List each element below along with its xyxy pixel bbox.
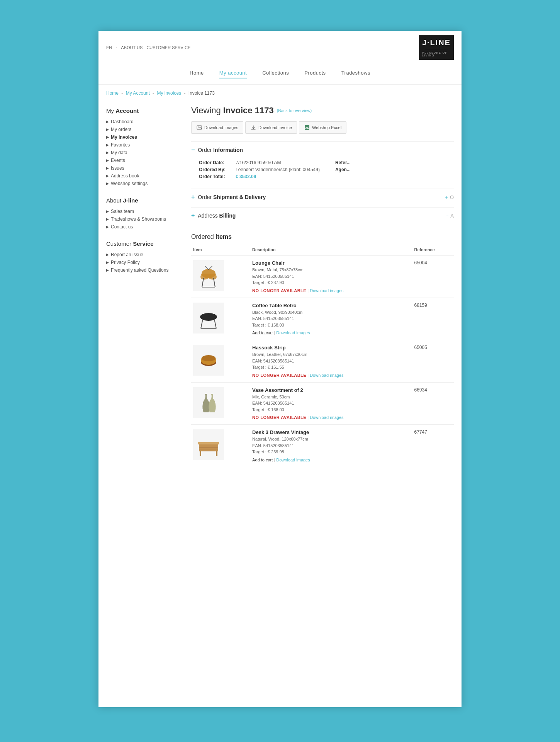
no-longer-available: NO LONGER AVAILABLE [252,373,306,378]
svg-rect-18 [199,444,218,451]
svg-line-6 [214,278,215,287]
add-to-cart-link[interactable]: Add to cart [252,330,273,335]
table-header-row: Item Description Reference [191,244,454,255]
nav-products[interactable]: Products [304,70,326,78]
sidebar-my-account-title: My Account [106,107,183,114]
svg-line-5 [202,278,204,287]
order-info-header[interactable]: − Order Information [191,142,454,158]
sidebar-item-report-issue[interactable]: ▶ Report an issue [106,251,183,259]
sidebar-item-issues[interactable]: ▶ Issues [106,164,183,172]
webshop-excel-button[interactable]: XL Webshop Excel [299,121,346,134]
about-link[interactable]: ABOUT US [121,45,143,50]
main-content: Viewing Invoice 1173 (Back to overview) [191,104,454,467]
ordered-by-label: Ordered By: [199,167,234,172]
sidebar-item-events[interactable]: ▶ Events [106,157,183,164]
download-images-link[interactable]: Download images [310,373,343,378]
svg-point-16 [202,355,216,361]
product-name: Vase Assortment of 2 [252,387,410,393]
sidebar-about-title: About J-line [106,197,183,204]
download-images-link[interactable]: Download images [310,288,343,293]
product-desc: Black, Wood, 90x90x40cm EAN: 54152035851… [252,309,410,328]
table-row: Desk 3 Drawers Vintage Natural, Wood, 12… [191,425,454,467]
download-images-link[interactable]: Download images [276,458,310,462]
sidebar-item-webshop-settings[interactable]: ▶ Webshop settings [106,180,183,187]
download-invoice-button[interactable]: Download Invoice [245,121,297,134]
items-title: Ordered Items [191,233,454,240]
nav-home[interactable]: Home [190,70,204,78]
shipment-header[interactable]: + Order Shipment & Delivery + O [191,189,454,205]
sidebar-item-favorites[interactable]: ▶ Favorites [106,141,183,149]
product-desc: Mix, Ceramic, 50cm EAN: 5415203585141 Ta… [252,394,410,413]
page-wrapper: EN · ABOUT US CUSTOMER SERVICE J·LINE PL… [0,0,560,742]
logo-line [425,49,448,49]
product-actions: NO LONGER AVAILABLE | Download images [252,288,410,293]
sidebar-item-sales-team[interactable]: ▶ Sales team [106,208,183,215]
sidebar-service-nav: ▶ Report an issue ▶ Privacy Policy ▶ Fre… [106,251,183,274]
download-images-link[interactable]: Download images [310,415,343,420]
main-nav: Home My account Collections Products Tra… [98,64,462,85]
order-info-content: Order Date: 7/16/2016 9:59:50 AM Ordered… [191,158,454,187]
item-ref-cell: 68159 [412,298,454,340]
col-description: Description [250,244,412,255]
product-desc: Natural, Wood, 120x60x77cm EAN: 54152035… [252,436,410,455]
order-total-label: Order Total: [199,174,234,179]
sidebar-item-address-book[interactable]: ▶ Address book [106,172,183,180]
product-name: Desk 3 Drawers Vintage [252,429,410,435]
item-ref-cell: 67747 [412,425,454,467]
nav-tradeshows[interactable]: Tradeshows [341,70,370,78]
customer-service-link[interactable]: CUSTOMER SERVICE [146,45,190,50]
order-total-row: Order Total: € 3532.09 [199,174,320,179]
no-longer-available: NO LONGER AVAILABLE [252,415,306,420]
order-date-label: Order Date: [199,160,234,165]
lang-selector[interactable]: EN [106,45,112,50]
back-to-overview-link[interactable]: (Back to overview) [277,108,312,113]
main-container: EN · ABOUT US CUSTOMER SERVICE J·LINE PL… [98,31,462,707]
sidebar-about-nav: ▶ Sales team ▶ Tradeshows & Showrooms ▶ … [106,208,183,231]
item-desc-cell: Coffee Table Retro Black, Wood, 90x90x40… [250,298,412,340]
breadcrumb-my-invoices[interactable]: My invoices [157,90,181,96]
sidebar-item-invoices[interactable]: ▶ My invoices [106,133,183,141]
logo-sub: PLEASURE OF LIVING [422,51,451,57]
billing-header[interactable]: + Address Billing + A [191,208,454,224]
sidebar-item-orders[interactable]: ▶ My orders [106,126,183,133]
breadcrumb-home[interactable]: Home [106,90,119,96]
logo-main: J·LINE [422,38,451,47]
sidebar-item-privacy[interactable]: ▶ Privacy Policy [106,259,183,266]
download-invoice-label: Download Invoice [258,125,292,130]
nav-collections[interactable]: Collections [262,70,289,78]
svg-point-1 [198,127,199,128]
item-image-cell [191,298,250,340]
sidebar-item-dashboard[interactable]: ▶ Dashboard [106,118,183,126]
content-area: My Account ▶ Dashboard ▶ My orders ▶ My … [98,96,462,475]
order-date-value: 7/16/2016 9:59:50 AM [236,160,281,165]
no-longer-available: NO LONGER AVAILABLE [252,288,306,293]
reference-row: Refer... [335,160,370,165]
sidebar-item-contact[interactable]: ▶ Contact us [106,223,183,231]
breadcrumb-my-account[interactable]: My Account [126,90,150,96]
shipment-toggle-icon: + [191,194,195,201]
shipment-section: + Order Shipment & Delivery + O [191,189,454,205]
add-to-cart-link[interactable]: Add to cart [252,458,273,462]
logo[interactable]: J·LINE PLEASURE OF LIVING [419,35,454,60]
item-image-cell [191,340,250,383]
download-images-label: Download Images [204,125,238,130]
item-ref-cell: 65005 [412,340,454,383]
product-image [193,260,224,291]
download-images-link[interactable]: Download images [276,330,310,335]
billing-section: + Address Billing + A [191,207,454,224]
right-col-label: O [450,194,454,200]
item-desc-cell: Hassock Strip Brown, Leather, 67x67x30cm… [250,340,412,383]
sidebar-item-my-data[interactable]: ▶ My data [106,149,183,157]
order-info-title: Order Information [198,147,243,153]
nav-my-account[interactable]: My account [219,70,247,78]
agent-row: Agen... [335,167,370,172]
download-images-button[interactable]: Download Images [191,121,243,134]
sidebar-item-tradeshows[interactable]: ▶ Tradeshows & Showrooms [106,215,183,223]
reference-label: Refer... [335,160,370,165]
svg-rect-0 [197,126,202,129]
order-information-section: − Order Information Order Date: 7/16/201… [191,141,454,187]
invoice-header: Viewing Invoice 1173 (Back to overview) [191,106,454,116]
item-ref-cell: 66934 [412,382,454,425]
order-total-value: € 3532.09 [236,174,256,179]
sidebar-item-faq[interactable]: ▶ Frequently asked Questions [106,266,183,274]
